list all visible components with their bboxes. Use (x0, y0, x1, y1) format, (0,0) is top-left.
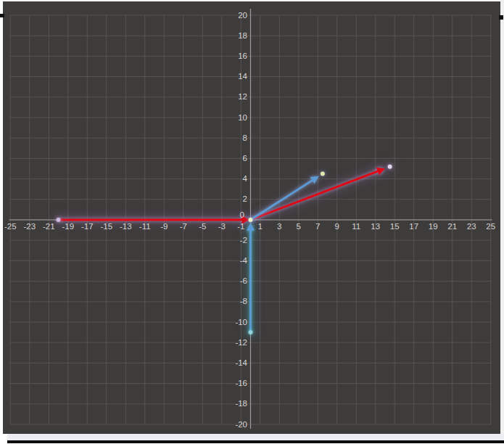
x-tick-label: 25 (480, 222, 502, 231)
y-tick-label: -12 (223, 338, 247, 348)
data-point-marker (321, 172, 325, 176)
spreadsheet-chart-screenshot: -25-23-21-19-17-15-13-11-9-7-5-3-1135791… (0, 0, 504, 444)
y-tick-label: 6 (223, 154, 247, 163)
y-tick-label: -10 (223, 318, 247, 327)
x-tick-label: 21 (442, 222, 463, 231)
y-tick-label: -2 (223, 236, 247, 245)
x-tick-label: -15 (96, 222, 117, 231)
y-tick-label: -18 (223, 399, 247, 408)
x-tick-label: -23 (19, 222, 41, 231)
x-tick-label: 9 (326, 222, 348, 231)
chart-area[interactable]: -25-23-21-19-17-15-13-11-9-7-5-3-1135791… (3, 0, 500, 434)
x-tick-label: 5 (288, 222, 310, 231)
left-cell-border-mark (0, 14, 4, 17)
y-tick-label: 18 (223, 31, 247, 41)
y-tick-label: -16 (223, 379, 247, 388)
x-tick-label: -17 (76, 222, 98, 231)
x-tick-label: -5 (191, 222, 213, 231)
x-tick-label: -11 (134, 222, 156, 231)
vector-plot (3, 0, 500, 434)
window-left-margin (0, 0, 3, 434)
x-tick-label: 3 (268, 222, 290, 231)
x-tick-label: 15 (384, 222, 405, 231)
y-tick-label: 16 (223, 52, 247, 61)
x-tick-label: 7 (307, 222, 329, 231)
y-tick-label: 8 (223, 133, 247, 143)
x-tick-label: -9 (153, 222, 175, 231)
data-point-marker (249, 330, 253, 334)
y-tick-label: 14 (223, 72, 247, 81)
y-tick-label: -8 (223, 297, 247, 306)
y-tick-label: 20 (223, 11, 247, 20)
blue-arrow-vertical (247, 223, 255, 332)
x-tick-label: -13 (115, 222, 136, 231)
x-tick-label: -7 (173, 222, 194, 231)
y-tick-label: 2 (223, 194, 247, 204)
x-tick-label: 1 (249, 222, 271, 231)
x-tick-label: 13 (365, 222, 387, 231)
x-tick-label: -19 (57, 222, 79, 231)
y-tick-label: -20 (223, 420, 247, 429)
y-tick-label: -6 (223, 276, 247, 286)
y-tick-label: 10 (223, 113, 247, 123)
bottom-left-corner (0, 434, 7, 444)
window-top-edge (0, 0, 504, 1)
y-tick-label: 4 (223, 174, 247, 184)
right-cell-border-mark (499, 15, 503, 20)
x-tick-label: 19 (422, 222, 444, 231)
data-point (388, 165, 392, 169)
x-tick-label: -21 (38, 222, 59, 231)
window-right-margin (500, 0, 504, 434)
y-tick-label: 12 (223, 92, 247, 102)
y-tick-label: -4 (223, 256, 247, 266)
y-tick-label: 0 (220, 210, 244, 220)
x-tick-label: -1 (230, 222, 252, 231)
data-point (321, 172, 325, 176)
data-point (249, 330, 253, 334)
data-point-marker (388, 165, 392, 169)
bottom-black-bar[interactable] (7, 440, 504, 444)
x-tick-label: 11 (345, 222, 367, 231)
x-tick-label: 17 (403, 222, 425, 231)
y-tick-label: -14 (223, 358, 247, 368)
x-tick-label: 23 (460, 222, 482, 231)
x-tick-label: -3 (211, 222, 233, 231)
